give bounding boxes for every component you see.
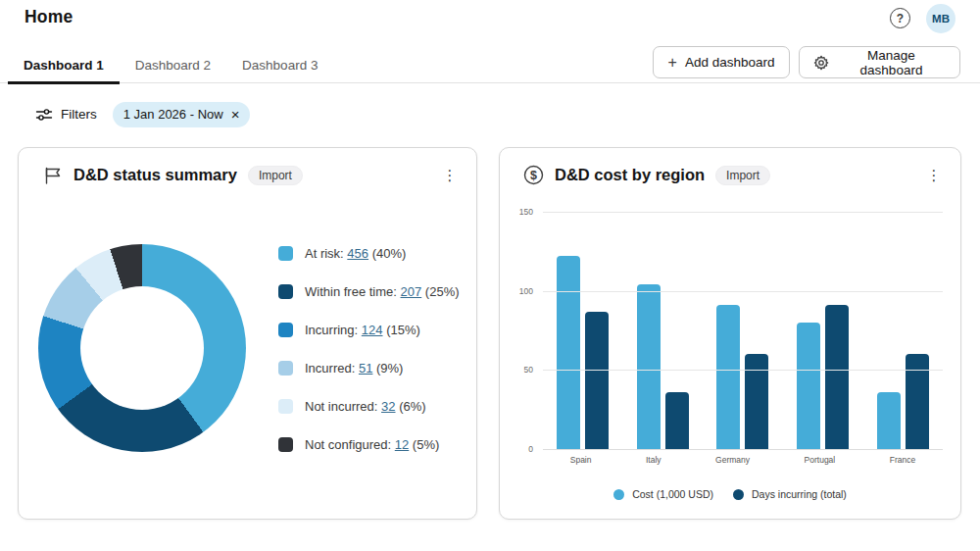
legend-item: Within free time: 207 (25%) <box>278 273 465 311</box>
bar-chart-plot <box>543 212 943 449</box>
legend-swatch <box>278 437 293 452</box>
svg-text:$: $ <box>530 169 537 182</box>
legend-count-link[interactable]: 32 <box>381 399 395 414</box>
tab-dashboard-3[interactable]: Dashboard 3 <box>226 47 333 83</box>
status-card-header: D&D status summary Import <box>42 165 433 185</box>
legend-percent: (6%) <box>396 399 426 414</box>
tab-dashboard-1[interactable]: Dashboard 1 <box>8 47 120 83</box>
legend-count-link[interactable]: 12 <box>395 437 409 452</box>
avatar-initials: MB <box>932 13 950 25</box>
legend-label: Incurred: <box>305 361 359 376</box>
status-legend: At risk: 456 (40%)Within free time: 207 … <box>278 234 465 464</box>
gridline <box>543 212 943 213</box>
y-axis-tick-label: 150 <box>500 207 533 217</box>
bar-legend-item: Days incurring (total) <box>733 488 847 500</box>
bar[interactable] <box>665 392 689 449</box>
tab-dashboard-2[interactable]: Dashboard 2 <box>120 47 226 83</box>
date-filter-chip-label: 1 Jan 2026 - Now <box>123 107 223 122</box>
question-icon: ? <box>897 12 904 25</box>
gridline <box>543 370 943 371</box>
gear-icon <box>813 55 829 71</box>
bar-group <box>797 305 849 449</box>
cost-card-header: $ D&D cost by region Import <box>523 165 917 185</box>
cost-card-menu-button[interactable]: ⋮ <box>923 164 945 187</box>
dollar-icon: $ <box>523 165 544 185</box>
manage-dashboard-button[interactable]: Manage dashboard <box>799 46 960 78</box>
x-axis-label: Italy <box>646 455 662 465</box>
bar[interactable] <box>877 392 901 449</box>
bar-group <box>637 284 689 449</box>
add-dashboard-label: Add dashboard <box>685 55 775 70</box>
legend-percent: (15%) <box>383 323 420 337</box>
bar-groups <box>543 212 943 449</box>
y-axis-tick-label: 50 <box>500 365 533 375</box>
plus-icon: + <box>668 55 677 71</box>
x-axis-label: France <box>890 455 915 465</box>
donut-hole <box>80 286 204 410</box>
x-axis-label: Spain <box>570 455 592 465</box>
legend-count-link[interactable]: 456 <box>347 246 368 261</box>
legend-swatch <box>278 246 293 261</box>
legend-swatch <box>278 323 293 337</box>
bar-group <box>557 256 609 449</box>
bar[interactable] <box>797 323 820 449</box>
legend-percent: (40%) <box>368 246 406 261</box>
y-axis-tick-label: 0 <box>500 444 533 454</box>
legend-label: Not configured: <box>305 437 395 452</box>
filters-button[interactable]: Filters <box>35 106 97 124</box>
flag-icon <box>42 165 63 185</box>
legend-item: At risk: 456 (40%) <box>278 234 465 273</box>
bar-group <box>716 305 768 449</box>
legend-label: Not incurred: <box>305 399 381 414</box>
legend-item: Not configured: 12 (5%) <box>278 426 465 464</box>
legend-percent: (25%) <box>421 284 459 299</box>
legend-count-link[interactable]: 51 <box>359 361 372 376</box>
bar-legend-item: Cost (1,000 USD) <box>613 488 713 500</box>
legend-count-link[interactable]: 124 <box>362 323 383 337</box>
y-axis-tick-label: 100 <box>500 286 533 296</box>
legend-item: Incurring: 124 (15%) <box>278 311 465 349</box>
bar[interactable] <box>557 256 580 449</box>
manage-dashboard-label: Manage dashboard <box>837 48 946 77</box>
legend-swatch <box>278 361 293 376</box>
legend-label: Within free time: <box>305 284 401 299</box>
cost-by-region-card: $ D&D cost by region Import ⋮ SpainItaly… <box>499 147 961 520</box>
tab-label: Dashboard 1 <box>24 58 104 73</box>
bar[interactable] <box>637 284 661 449</box>
dashboard-page: Home ? MB Dashboard 1 Dashboard 2 Dashbo… <box>0 0 980 551</box>
bar[interactable] <box>825 305 849 449</box>
avatar[interactable]: MB <box>926 4 956 33</box>
filter-sliders-icon <box>35 106 53 124</box>
legend-percent: (5%) <box>409 437 439 452</box>
add-dashboard-button[interactable]: + Add dashboard <box>653 46 790 78</box>
bar-group <box>877 354 929 449</box>
bar-legend-label: Cost (1,000 USD) <box>632 488 713 500</box>
page-title: Home <box>24 7 73 27</box>
legend-label: At risk: <box>305 246 347 261</box>
kebab-icon: ⋮ <box>927 167 942 184</box>
bar[interactable] <box>906 354 929 449</box>
status-card-title: D&D status summary <box>74 166 237 184</box>
legend-item: Incurred: 51 (9%) <box>278 349 465 387</box>
gridline <box>543 291 943 292</box>
bar[interactable] <box>716 305 740 449</box>
status-card-menu-button[interactable]: ⋮ <box>439 164 461 187</box>
bar[interactable] <box>585 312 609 449</box>
legend-percent: (9%) <box>372 361 403 376</box>
gridline <box>543 449 943 450</box>
legend-count-link[interactable]: 207 <box>401 284 422 299</box>
legend-label: Incurring: <box>305 323 362 337</box>
bar[interactable] <box>745 354 768 449</box>
filters-row: Filters 1 Jan 2026 - Now × <box>35 101 250 127</box>
bar-xaxis-labels: SpainItalyGermanyPortugalFrance <box>543 455 943 465</box>
donut-chart[interactable] <box>38 244 246 452</box>
kebab-icon: ⋮ <box>443 167 458 184</box>
legend-item: Not incurred: 32 (6%) <box>278 387 465 426</box>
legend-swatch <box>278 399 293 414</box>
x-axis-label: Germany <box>715 455 750 465</box>
status-import-badge: Import <box>248 166 303 185</box>
help-button[interactable]: ? <box>890 8 910 28</box>
close-icon[interactable]: × <box>231 107 240 122</box>
legend-dot <box>733 489 744 500</box>
date-filter-chip[interactable]: 1 Jan 2026 - Now × <box>113 102 251 127</box>
